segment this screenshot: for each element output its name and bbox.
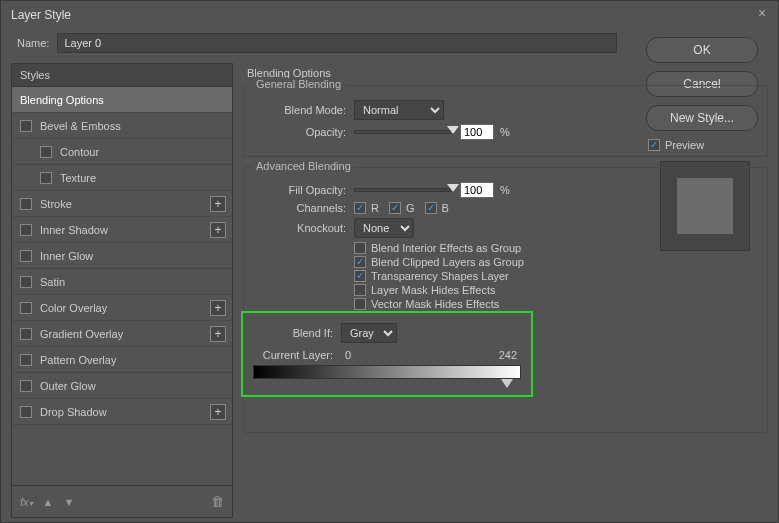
blend-mode-label: Blend Mode: [256,104,346,116]
channel-b-checkbox[interactable] [425,202,437,214]
style-list: Blending Options Bevel & Emboss Contour … [12,87,232,485]
sidebar-item-label: Bevel & Emboss [40,120,121,132]
sidebar-item-pattern-overlay[interactable]: Pattern Overlay [12,347,232,373]
current-layer-gradient[interactable] [253,365,521,379]
sidebar-item-label: Inner Shadow [40,224,108,236]
fill-opacity-unit: % [500,184,510,196]
channel-r-checkbox[interactable] [354,202,366,214]
blend-clipped-label: Blend Clipped Layers as Group [371,256,524,268]
sidebar-item-inner-shadow[interactable]: Inner Shadow + [12,217,232,243]
current-high-value: 242 [499,349,517,361]
ok-button[interactable]: OK [646,37,758,63]
sidebar-item-label: Inner Glow [40,250,93,262]
layer-style-dialog: Layer Style × Name: OK Cancel New Style.… [0,0,779,523]
plus-icon[interactable]: + [210,326,226,342]
blend-mode-select[interactable]: Normal [354,100,444,120]
checkbox-icon[interactable] [20,302,32,314]
checkbox-icon[interactable] [20,406,32,418]
sidebar-item-label: Stroke [40,198,72,210]
opacity-input[interactable] [460,124,494,140]
sidebar-item-label: Blending Options [20,94,104,106]
blend-interior-label: Blend Interior Effects as Group [371,242,521,254]
sidebar-item-label: Satin [40,276,65,288]
plus-icon[interactable]: + [210,300,226,316]
arrow-up-icon[interactable]: ▲ [43,496,54,508]
checkbox-icon[interactable] [20,380,32,392]
channels-label: Channels: [256,202,346,214]
plus-icon[interactable]: + [210,196,226,212]
opacity-unit: % [500,126,510,138]
checkbox-icon[interactable] [20,276,32,288]
checkbox-icon[interactable] [20,328,32,340]
blend-interior-checkbox[interactable] [354,242,366,254]
current-black-slider[interactable] [248,379,260,388]
blend-if-group: Blend If: Gray Current Layer: 0 242 [241,311,533,397]
fill-opacity-label: Fill Opacity: [256,184,346,196]
sidebar-item-satin[interactable]: Satin [12,269,232,295]
checkbox-icon[interactable] [20,224,32,236]
checkbox-icon[interactable] [20,250,32,262]
arrow-down-icon[interactable]: ▼ [63,496,74,508]
styles-footer: fx▾ ▲ ▼ 🗑 [11,486,233,518]
blend-clipped-checkbox[interactable] [354,256,366,268]
group-label: Advanced Blending [252,160,355,172]
vector-mask-hides-checkbox[interactable] [354,298,366,310]
sidebar-item-blending-options[interactable]: Blending Options [12,87,232,113]
channel-r-label: R [371,202,379,214]
channel-g-checkbox[interactable] [389,202,401,214]
sidebar-item-stroke[interactable]: Stroke + [12,191,232,217]
sidebar-item-outer-glow[interactable]: Outer Glow [12,373,232,399]
fill-opacity-slider[interactable] [354,188,454,192]
knockout-select[interactable]: None [354,218,414,238]
group-label: General Blending [252,78,345,90]
channel-b-label: B [442,202,449,214]
sidebar-item-label: Texture [60,172,96,184]
current-white-slider[interactable] [501,379,513,388]
sidebar-item-bevel-emboss[interactable]: Bevel & Emboss [12,113,232,139]
sidebar-item-label: Gradient Overlay [40,328,123,340]
vector-mask-hides-label: Vector Mask Hides Effects [371,298,499,310]
trash-icon[interactable]: 🗑 [211,494,224,509]
plus-icon[interactable]: + [210,404,226,420]
fx-icon[interactable]: fx▾ [20,496,33,508]
checkbox-icon[interactable] [20,354,32,366]
sidebar-item-drop-shadow[interactable]: Drop Shadow + [12,399,232,425]
left-panel: Styles Blending Options Bevel & Emboss C… [11,63,233,518]
titlebar: Layer Style × [1,1,778,29]
layer-name-input[interactable] [57,33,617,53]
name-label: Name: [17,37,49,49]
sidebar-item-contour[interactable]: Contour [12,139,232,165]
knockout-label: Knockout: [256,222,346,234]
mid-panel: Blending Options General Blending Blend … [243,63,768,518]
opacity-label: Opacity: [256,126,346,138]
checkbox-icon[interactable] [40,172,52,184]
channel-g-label: G [406,202,415,214]
sidebar-item-label: Pattern Overlay [40,354,116,366]
styles-frame: Styles Blending Options Bevel & Emboss C… [11,63,233,486]
plus-icon[interactable]: + [210,222,226,238]
sidebar-item-color-overlay[interactable]: Color Overlay + [12,295,232,321]
fill-opacity-input[interactable] [460,182,494,198]
transparency-shapes-label: Transparency Shapes Layer [371,270,509,282]
blend-if-select[interactable]: Gray [341,323,397,343]
sidebar-item-label: Color Overlay [40,302,107,314]
general-blending-group: General Blending Blend Mode: Normal Opac… [243,85,768,157]
close-icon[interactable]: × [754,6,770,22]
styles-header: Styles [12,64,232,87]
sidebar-item-label: Drop Shadow [40,406,107,418]
transparency-shapes-checkbox[interactable] [354,270,366,282]
current-low-value: 0 [345,349,351,361]
sidebar-item-label: Contour [60,146,99,158]
dialog-title: Layer Style [11,8,71,22]
sidebar-item-inner-glow[interactable]: Inner Glow [12,243,232,269]
sidebar-item-texture[interactable]: Texture [12,165,232,191]
checkbox-icon[interactable] [20,198,32,210]
checkbox-icon[interactable] [40,146,52,158]
opacity-slider[interactable] [354,130,454,134]
blend-if-label: Blend If: [253,327,333,339]
sidebar-item-gradient-overlay[interactable]: Gradient Overlay + [12,321,232,347]
checkbox-icon[interactable] [20,120,32,132]
current-layer-label: Current Layer: [253,349,333,361]
content: Styles Blending Options Bevel & Emboss C… [1,63,778,523]
layer-mask-hides-checkbox[interactable] [354,284,366,296]
